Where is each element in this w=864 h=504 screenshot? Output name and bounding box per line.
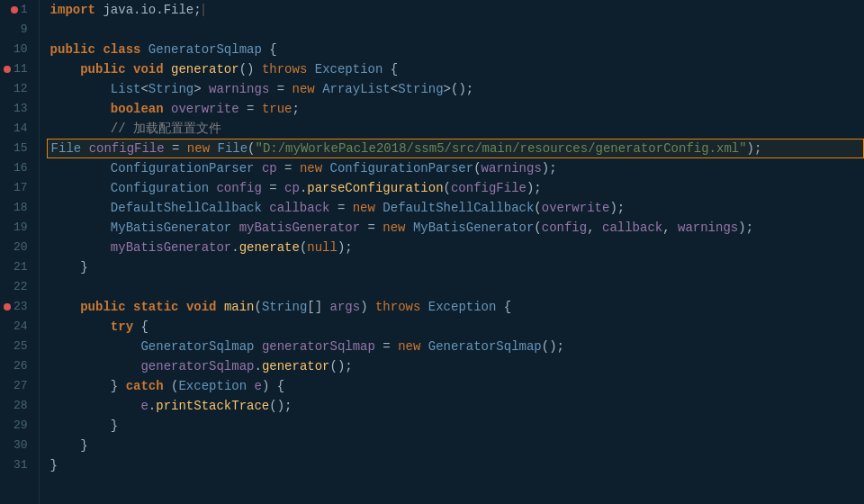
code-line-18: DefaultShellCallback callback = new Defa… (50, 198, 864, 218)
token-method-generator: generator (171, 59, 239, 79)
token-close-brace-29: } (111, 416, 118, 436)
line-num-27: 27 (4, 376, 32, 396)
token-dot-17: . (300, 178, 307, 198)
token-eq-25: = (382, 337, 390, 356)
line-num-label-22: 22 (14, 277, 28, 297)
line-num-9: 9 (4, 20, 32, 40)
token-lt2: < (391, 79, 398, 99)
line-num-label-31: 31 (14, 455, 28, 475)
token-close-20: ); (338, 238, 353, 257)
token-close-brace-21: } (80, 257, 87, 277)
code-line-12: List<String> warnings = new ArrayList<St… (50, 79, 864, 99)
code-line-19: MyBatisGenerator myBatisGenerator = new … (50, 218, 864, 238)
token-config: config (216, 178, 261, 198)
code-line-13: boolean overwrite = true; (50, 99, 864, 119)
token-e: e (255, 376, 262, 396)
token-mybatis-gen-call: myBatisGenerator (111, 238, 231, 257)
token-void-23: void (186, 297, 217, 317)
line-num-17: 17 (4, 178, 32, 198)
token-e-28: e (140, 396, 148, 416)
token-close-17: ); (526, 178, 542, 198)
token-paren-27: ( (171, 376, 178, 396)
line-num-label-28: 28 (14, 396, 28, 416)
token-parens-25: (); (542, 337, 564, 356)
code-editor: 1 9 10 11 12 13 14 15 (0, 0, 864, 504)
token-default-shell-constructor: DefaultShellCallback (382, 198, 534, 218)
token-gen-sqlmap-var: generatorSqlmap (262, 337, 375, 356)
token-paren-18: ( (534, 198, 541, 218)
code-line-16: ConfigurationParser cp = new Configurati… (50, 158, 864, 178)
line-num-label-18: 18 (14, 198, 28, 218)
token-new-19: new (382, 218, 405, 238)
line-num-21: 21 (4, 257, 32, 277)
line-num-label-9: 9 (21, 20, 28, 40)
token-static: static (133, 297, 178, 317)
token-string-type2: String (398, 79, 443, 99)
line-num-label-25: 25 (14, 337, 28, 356)
code-line-30: } (50, 436, 864, 455)
token-comment-14: // 加载配置置文件 (111, 119, 221, 139)
token-callback: callback (269, 198, 329, 218)
breakpoint-dot-1[interactable] (11, 6, 18, 14)
code-line-22 (50, 277, 864, 297)
token-configuration-type: Configuration (111, 178, 209, 198)
code-line-27: } catch (Exception e) { (50, 376, 864, 396)
line-num-19: 19 (4, 218, 32, 238)
breakpoint-dot-11[interactable] (4, 66, 11, 73)
token-paren-close-15: ); (747, 139, 762, 158)
token-close-16: ); (542, 158, 557, 178)
token-gt: > (194, 79, 201, 99)
token-config-parser-type: ConfigurationParser (111, 158, 255, 178)
code-line-1: import java.io.File; (50, 0, 864, 20)
token-paren-19: ( (534, 218, 541, 238)
token-brace-open: { (269, 40, 276, 59)
token-close-brace-27: } (111, 376, 118, 396)
code-content: import java.io.File; public class Genera… (40, 0, 864, 504)
line-num-28: 28 (4, 396, 32, 416)
code-line-29: } (50, 416, 864, 436)
line-num-25: 25 (4, 337, 32, 356)
token-brace-24: { (140, 317, 148, 337)
line-num-label-29: 29 (14, 416, 28, 436)
token-string-type: String (148, 79, 194, 99)
token-lt: < (140, 79, 148, 99)
line-num-15: 15 (4, 139, 32, 158)
token-overwrite-18: overwrite (542, 198, 610, 218)
token-string-23: String (262, 297, 307, 317)
token-mybatis-gen-var: myBatisGenerator (239, 218, 360, 238)
token-paren-16: ( (473, 158, 481, 178)
token-eq-19: = (367, 218, 374, 238)
line-num-26: 26 (4, 356, 32, 376)
code-line-28: e.printStackTrace(); (50, 396, 864, 416)
token-paren-open-15: ( (248, 139, 255, 158)
code-line-17: Configuration config = cp.parseConfigura… (50, 178, 864, 198)
line-num-label-30: 30 (14, 436, 28, 455)
token-boolean: boolean (111, 99, 164, 119)
code-line-10: public class GeneratorSqlmap { (50, 40, 864, 59)
token-close-paren-23: ) (360, 297, 367, 317)
token-new-16: new (300, 158, 322, 178)
token-package: java.io.File; (103, 0, 201, 20)
code-line-11: public void generator() throws Exception… (50, 59, 864, 79)
line-num-label-14: 14 (14, 119, 28, 139)
token-new-18: new (353, 198, 375, 218)
line-num-label-24: 24 (14, 317, 28, 337)
code-line-24: try { (50, 317, 864, 337)
token-new-15: new (187, 139, 210, 158)
line-num-label-11: 11 (14, 59, 28, 79)
breakpoint-dot-23[interactable] (4, 303, 11, 310)
line-num-label-13: 13 (14, 99, 28, 119)
token-brace-11: { (391, 59, 398, 79)
line-num-22: 22 (4, 277, 32, 297)
code-area: 1 9 10 11 12 13 14 15 (0, 0, 864, 504)
token-import: import (50, 0, 95, 20)
token-brace-23: { (504, 297, 511, 317)
token-new-12: new (292, 79, 315, 99)
line-num-13: 13 (4, 99, 32, 119)
code-line-23: public static void main(String[] args) t… (50, 297, 864, 317)
line-num-20: 20 (4, 238, 32, 257)
line-num-label-1: 1 (21, 0, 28, 20)
token-class-name: GeneratorSqlmap (148, 40, 262, 59)
token-eq-13: = (247, 99, 254, 119)
token-callback-19: callback (602, 218, 662, 238)
